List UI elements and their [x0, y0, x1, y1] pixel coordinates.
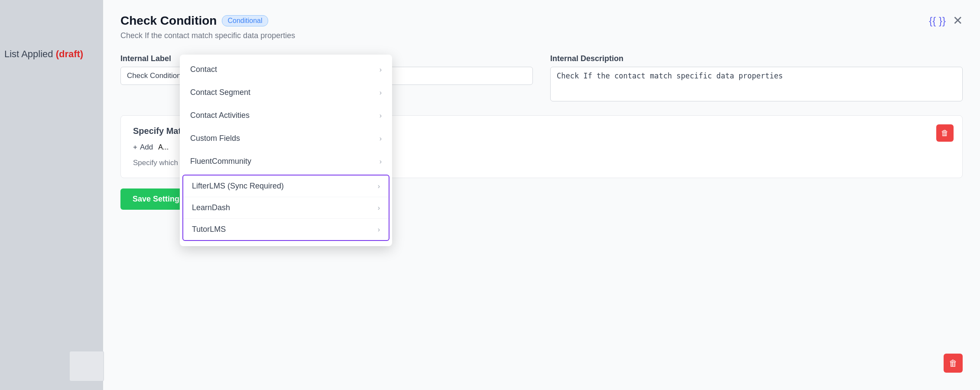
dropdown-item-contact-activities-label: Contact Activities [190, 111, 250, 120]
dropdown-item-fluentcommunity-label: FluentCommunity [190, 157, 251, 166]
bottom-delete-button[interactable]: 🗑 [944, 354, 963, 373]
code-icon[interactable]: {{ }} [929, 15, 946, 27]
dropdown-item-contact-segment[interactable]: Contact Segment › [180, 81, 392, 104]
chevron-right-icon: › [380, 89, 382, 97]
left-sidebar: List Applied (draft) [0, 0, 103, 390]
chevron-right-icon: › [380, 158, 382, 166]
dropdown-menu: Contact › Contact Segment › Contact Acti… [180, 55, 392, 246]
chevron-right-icon: › [378, 182, 380, 190]
internal-description-label: Internal Description [550, 54, 963, 63]
block-delete-button[interactable]: 🗑 [936, 124, 954, 142]
chevron-right-icon: › [380, 112, 382, 120]
dropdown-item-custom-fields-label: Custom Fields [190, 134, 240, 143]
internal-description-textarea[interactable] [550, 67, 963, 101]
dropdown-item-lifterlms[interactable]: LifterLMS (Sync Required) › [183, 176, 389, 197]
dropdown-item-tutorlms[interactable]: TutorLMS › [183, 219, 389, 240]
dropdown-item-fluentcommunity[interactable]: FluentCommunity › [180, 150, 392, 173]
plus-icon: + [133, 143, 137, 152]
dropdown-item-learndash-label: LearnDash [192, 203, 230, 212]
dropdown-item-contact[interactable]: Contact › [180, 58, 392, 81]
dropdown-item-learndash[interactable]: LearnDash › [183, 197, 389, 219]
bottom-trash-icon: 🗑 [949, 358, 957, 368]
list-applied-label: List Applied (draft) [4, 49, 83, 60]
close-button[interactable]: ✕ [953, 15, 963, 27]
dropdown-item-lifterlms-label: LifterLMS (Sync Required) [192, 182, 284, 191]
dropdown-item-contact-label: Contact [190, 65, 217, 74]
dropdown-highlighted-section: LifterLMS (Sync Required) › LearnDash › … [182, 175, 389, 241]
conditional-badge: Conditional [222, 15, 268, 26]
internal-description-group: Internal Description [550, 54, 963, 103]
chevron-right-icon: › [378, 204, 380, 212]
dropdown-item-contact-activities[interactable]: Contact Activities › [180, 104, 392, 127]
dropdown-item-tutorlms-label: TutorLMS [192, 225, 226, 234]
add-label: Add [140, 143, 153, 152]
chevron-right-icon: › [378, 226, 380, 234]
modal-title-row: Check Condition Conditional [120, 14, 268, 28]
thumbnail [69, 351, 104, 381]
modal-subtitle: Check If the contact match specific data… [120, 31, 963, 40]
modal-title: Check Condition [120, 14, 217, 28]
modal-header: Check Condition Conditional {{ }} ✕ [120, 14, 963, 28]
modal-header-actions: {{ }} ✕ [929, 15, 963, 27]
chevron-right-icon: › [380, 66, 382, 74]
trash-icon: 🗑 [941, 129, 949, 138]
add-button[interactable]: + Add [133, 143, 153, 152]
list-applied-text: List Applied [4, 49, 53, 59]
add-secondary: A... [158, 143, 169, 151]
dropdown-item-custom-fields[interactable]: Custom Fields › [180, 127, 392, 150]
chevron-right-icon: › [380, 135, 382, 143]
dropdown-item-contact-segment-label: Contact Segment [190, 88, 250, 97]
draft-badge: (draft) [56, 49, 84, 59]
